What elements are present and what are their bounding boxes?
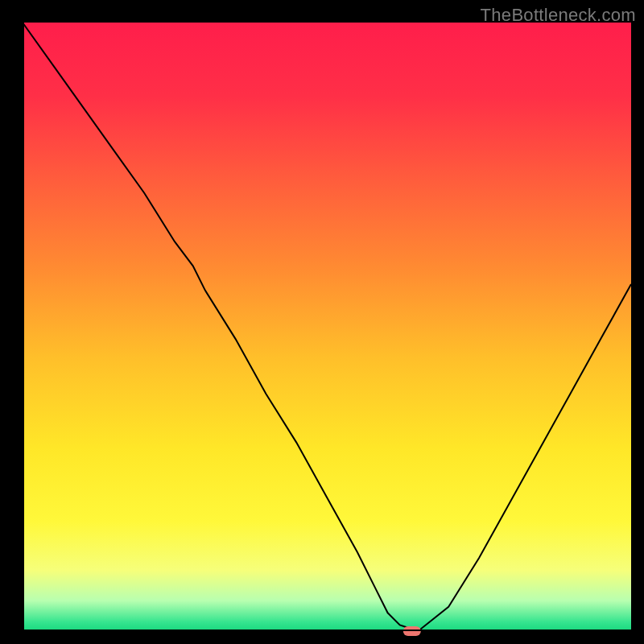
- y-axis-line: [23, 23, 24, 631]
- watermark-text: TheBottleneck.com: [481, 5, 636, 26]
- bottleneck-chart: [23, 23, 631, 631]
- chart-container: TheBottleneck.com: [0, 0, 644, 644]
- optimal-marker: [403, 626, 421, 636]
- chart-background: [23, 23, 631, 631]
- x-axis-line: [23, 630, 631, 631]
